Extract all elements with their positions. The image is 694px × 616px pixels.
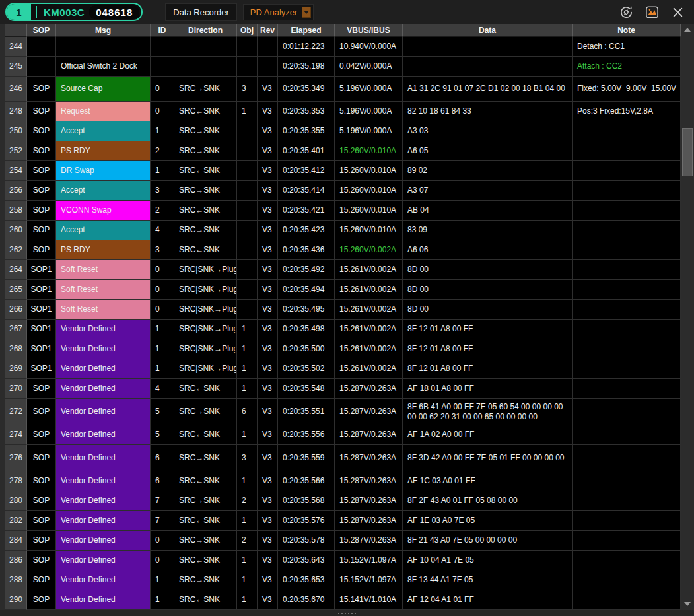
scrollbar-thumb[interactable] (682, 128, 693, 176)
table-row[interactable]: 260SOPAccept4SRC→SNKV30:20:35.42315.260V… (5, 221, 681, 240)
column-header-obj[interactable]: Obj (237, 24, 258, 37)
cell-rev: V3 (258, 121, 278, 141)
cell-obj: 2 (237, 491, 258, 511)
cell-obj (237, 57, 258, 77)
column-header-elapsed[interactable]: Elapsed (278, 24, 335, 37)
reconnect-plug-icon[interactable] (618, 4, 634, 20)
device-tab-index: 1 (7, 4, 31, 20)
table-row[interactable]: 270SOPVendor Defined4SRC←SNK1V30:20:35.5… (5, 379, 681, 399)
table-row[interactable]: 246SOPSource Cap0SRC→SNK3V30:20:35.3495.… (5, 77, 681, 102)
cell-vbus: 5.196V/0.000A (335, 102, 403, 121)
table-row[interactable]: 268SOP1Vendor Defined1SRC|SNK→Plug1V30:2… (5, 339, 681, 359)
cell-rev (258, 57, 278, 77)
cell-dir: SRC←SNK (174, 240, 237, 260)
cell-rev: V3 (258, 511, 278, 531)
scrollbar-down-icon[interactable] (681, 598, 694, 610)
table-row[interactable]: 258SOPVCONN Swap2SRC←SNKV30:20:35.42115.… (5, 201, 681, 221)
data-recorder-button[interactable]: Data Recorder (165, 3, 237, 21)
cell-msg: Official Switch 2 Dock (56, 57, 151, 77)
table-row[interactable]: 276SOPVendor Defined6SRC→SNK3V30:20:35.5… (5, 445, 681, 471)
table-row[interactable]: 252SOPPS RDY2SRC→SNKV30:20:35.40115.260V… (5, 141, 681, 161)
table-row[interactable]: 290SOPVendor Defined1SRC←SNK1V30:20:35.6… (5, 590, 681, 610)
column-header-msg[interactable]: Msg (56, 24, 151, 37)
table-row[interactable]: 274SOPVendor Defined5SRC←SNK1V30:20:35.5… (5, 425, 681, 445)
cell-obj: 3 (237, 445, 258, 471)
cell-obj (237, 300, 258, 320)
cell-obj: 3 (237, 77, 258, 102)
cell-el: 0:20:35.502 (278, 359, 335, 379)
dropdown-arrow-icon[interactable] (302, 7, 311, 18)
cell-el: 0:20:35.643 (278, 551, 335, 570)
cell-note (573, 161, 681, 181)
column-header-data[interactable]: Data (403, 24, 573, 37)
cell-id: 1 (151, 161, 174, 181)
cell-vbus: 15.287V/0.263A (335, 471, 403, 491)
cell-num: 290 (5, 590, 27, 610)
column-header-vbus-ibus[interactable]: VBUS/IBUS (335, 24, 403, 37)
table-row[interactable]: 245Official Switch 2 Dock0:20:35.1980.04… (5, 57, 681, 77)
cell-num: 248 (5, 102, 27, 121)
table-row[interactable]: 265SOP1Soft Reset0SRC|SNK→PlugV30:20:35.… (5, 280, 681, 300)
table-row[interactable]: 278SOPVendor Defined6SRC←SNK1V30:20:35.5… (5, 471, 681, 491)
waveform-chart-icon[interactable] (644, 4, 660, 20)
device-tab-badge[interactable]: 1 KM003C 048618 (5, 3, 143, 21)
cell-dir: SRC|SNK→Plug (174, 300, 237, 320)
cell-vbus: 15.287V/0.263A (335, 491, 403, 511)
column-header-note[interactable]: Note (573, 24, 681, 37)
column-header-sop[interactable]: SOP (27, 24, 56, 37)
cell-sop: SOP (27, 221, 56, 240)
table-row[interactable]: 286SOPVendor Defined0SRC←SNK1V30:20:35.6… (5, 551, 681, 570)
table-row[interactable]: 256SOPAccept3SRC→SNKV30:20:35.41415.260V… (5, 181, 681, 201)
cell-id: 0 (151, 551, 174, 570)
cell-sop (27, 37, 56, 57)
cell-rev: V3 (258, 280, 278, 300)
cell-note (573, 379, 681, 399)
cell-data: AF 1A 02 A0 00 FF (403, 425, 573, 445)
table-row[interactable]: 264SOP1Soft Reset0SRC|SNK→PlugV30:20:35.… (5, 260, 681, 280)
cell-id: 1 (151, 339, 174, 359)
cell-msg: Vendor Defined (56, 320, 151, 339)
column-header-id[interactable]: ID (151, 24, 174, 37)
cell-vbus: 15.261V/0.002A (335, 300, 403, 320)
cell-el: 0:20:35.198 (278, 57, 335, 77)
cell-msg: Vendor Defined (56, 531, 151, 551)
scrollbar-track[interactable] (681, 36, 694, 598)
table-row[interactable]: 272SOPVendor Defined5SRC→SNK6V30:20:35.5… (5, 399, 681, 425)
column-header-rownum[interactable] (5, 24, 27, 37)
table-row[interactable]: 282SOPVendor Defined7SRC←SNK1V30:20:35.5… (5, 511, 681, 531)
table-row[interactable]: 262SOPPS RDY3SRC←SNKV30:20:35.43615.260V… (5, 240, 681, 260)
table-row[interactable]: 280SOPVendor Defined7SRC→SNK2V30:20:35.5… (5, 491, 681, 511)
column-header-rev[interactable]: Rev (258, 24, 278, 37)
table-row[interactable]: 250SOPAccept1SRC→SNKV30:20:35.3555.196V/… (5, 121, 681, 141)
cell-obj: 1 (237, 425, 258, 445)
table-row[interactable]: 284SOPVendor Defined0SRC→SNK2V30:20:35.5… (5, 531, 681, 551)
vertical-scrollbar[interactable] (681, 24, 694, 610)
table-row[interactable]: 288SOPVendor Defined1SRC→SNK1V30:20:35.6… (5, 570, 681, 590)
table-row[interactable]: 2440:01:12.22310.940V/0.000ADetach : CC1 (5, 37, 681, 57)
cell-rev: V3 (258, 102, 278, 121)
pd-analyzer-select[interactable]: PD Analyzer (243, 4, 314, 20)
table-row[interactable]: 269SOP1Vendor Defined1SRC|SNK→Plug1V30:2… (5, 359, 681, 379)
table-row[interactable]: 267SOP1Vendor Defined1SRC|SNK→Plug1V30:2… (5, 320, 681, 339)
cell-sop: SOP1 (27, 300, 56, 320)
cell-id: 1 (151, 359, 174, 379)
cell-sop: SOP (27, 161, 56, 181)
splitter-handle[interactable] (338, 613, 356, 614)
column-header-direction[interactable]: Direction (174, 24, 237, 37)
cell-dir (174, 57, 237, 77)
device-model: KM003C (37, 7, 89, 18)
table-header: SOPMsgIDDirectionObjRevElapsedVBUS/IBUSD… (5, 24, 681, 37)
cell-obj (237, 37, 258, 57)
cell-data: A6 06 (403, 240, 573, 260)
close-icon[interactable] (670, 4, 685, 20)
cell-rev: V3 (258, 359, 278, 379)
table-row[interactable]: 254SOPDR Swap1SRC←SNKV30:20:35.41215.260… (5, 161, 681, 181)
table-row[interactable]: 266SOP1Soft Reset0SRC|SNK→PlugV30:20:35.… (5, 300, 681, 320)
cell-data (403, 57, 573, 77)
scrollbar-up-icon[interactable] (681, 24, 694, 36)
cell-el: 0:20:35.412 (278, 161, 335, 181)
cell-sop: SOP (27, 445, 56, 471)
table-row[interactable]: 248SOPRequest0SRC←SNK1V30:20:35.3535.196… (5, 102, 681, 121)
cell-num: 278 (5, 471, 27, 491)
bottom-splitter[interactable] (0, 610, 694, 616)
